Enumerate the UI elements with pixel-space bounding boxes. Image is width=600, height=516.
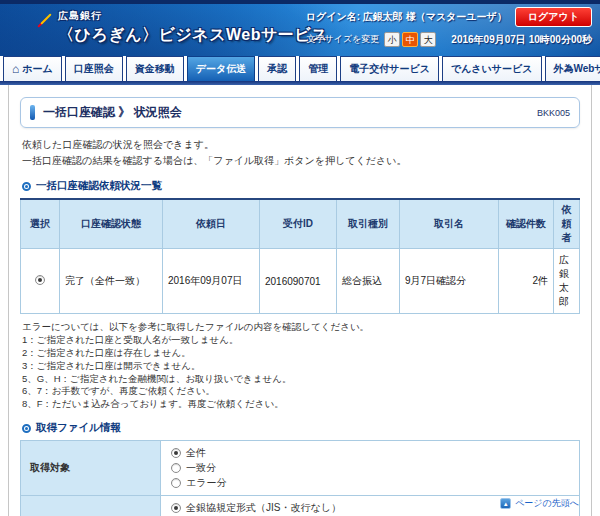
error-note: 8、F：ただいま込み合っております。再度ご依頼ください。 <box>22 398 580 410</box>
page-top-label: ページの先頭へ <box>515 497 579 510</box>
logo-stroke-gold <box>40 13 51 24</box>
nav-tab-home[interactable]: ⌂ ホーム <box>3 56 62 81</box>
radio-option-matched[interactable]: 一致分 <box>171 461 569 475</box>
col-header-select: 選択 <box>21 199 60 249</box>
description-line: 一括口座確認の結果を確認する場合は、「ファイル取得」ボタンを押してください。 <box>22 153 580 169</box>
row-status-cell: 完了（全件一致） <box>60 249 163 314</box>
radio-option-error[interactable]: エラー分 <box>171 476 569 490</box>
format-row: ファイル形式 全銀協規定形式（JIS・改行なし） 全銀協規定形式（JIS・改行あ… <box>21 496 580 516</box>
radio-label: エラー分 <box>186 476 226 490</box>
status-table-header-row: 選択 口座確認状態 依頼日 受付ID 取引種別 取引名 確認件数 依頼者 <box>21 199 580 249</box>
section-bullet-icon <box>22 424 31 433</box>
radio-icon[interactable] <box>171 503 181 513</box>
col-header-transaction-name: 取引名 <box>400 199 499 249</box>
file-info-form: 取得対象 全件 一致分 エラー分 <box>20 440 580 516</box>
error-note: 3：ご指定された口座は開示できません。 <box>22 360 580 372</box>
description-line: 依頼した口座確認の状況を照会できます。 <box>22 137 580 153</box>
bank-name: 広島銀行 <box>58 9 328 23</box>
logout-button[interactable]: ログアウト <box>515 7 592 27</box>
status-row: 完了（全件一致） 2016年09月07日 2016090701 総合振込 9月7… <box>21 249 580 314</box>
nav-tab-admin[interactable]: 管理 <box>299 56 337 81</box>
nav-tab-label: データ伝送 <box>196 62 246 76</box>
radio-icon[interactable] <box>171 478 181 488</box>
col-header-status: 口座確認状態 <box>60 199 163 249</box>
nav-tab-label: でんさいサービス <box>451 62 533 76</box>
font-size-medium-button[interactable]: 中 <box>402 32 418 47</box>
radio-option-all[interactable]: 全件 <box>171 446 569 460</box>
row-transaction-name-cell: 9月7日確認分 <box>400 249 499 314</box>
file-info-form-body: 取得対象 全件 一致分 エラー分 <box>21 441 580 516</box>
section-heading-status: 一括口座確認依頼状況一覧 <box>22 179 580 193</box>
page-title: 一括口座確認 》 状況照会 <box>43 104 537 121</box>
bank-logo-icon <box>36 11 54 33</box>
nav-tab-densai-service[interactable]: でんさいサービス <box>442 56 542 81</box>
error-note: 2：ご指定された口座は存在しません。 <box>22 347 580 359</box>
error-notes: エラーについては、以下を参考に取得したファイルの内容を確認してください。 1：ご… <box>22 321 580 410</box>
nav-tab-approval[interactable]: 承認 <box>258 56 296 81</box>
col-header-request-date: 依頼日 <box>163 199 260 249</box>
nav-tab-account-inquiry[interactable]: 口座照会 <box>65 56 123 81</box>
header-right: ログイン名: 広銀太郎 様（マスターユーザ） ログアウト 文字サイズを変更 小 … <box>306 7 592 47</box>
col-header-requester: 依頼者 <box>554 199 580 249</box>
nav-tab-edelivery-service[interactable]: 電子交付サービス <box>340 56 439 81</box>
service-name: 〈ひろぎん〉ビジネスWebサービス <box>58 25 328 46</box>
page-description: 依頼した口座確認の状況を照会できます。 一括口座確認の結果を確認する場合は、「フ… <box>22 137 580 168</box>
font-size-large-button[interactable]: 大 <box>420 32 436 47</box>
page-code: BKK005 <box>537 108 570 118</box>
error-note: エラーについては、以下を参考に取得したファイルの内容を確認してください。 <box>22 321 580 333</box>
row-requester-cell: 広銀太郎 <box>554 249 580 314</box>
col-header-receipt-id: 受付ID <box>260 199 337 249</box>
col-header-transaction-type: 取引種別 <box>337 199 400 249</box>
field-label-format: ファイル形式 <box>21 496 161 516</box>
target-options-cell: 全件 一致分 エラー分 <box>161 441 580 496</box>
row-transaction-type-cell: 総合振込 <box>337 249 400 314</box>
banner-top-strip <box>0 0 600 4</box>
page-top-row: ▲ ページの先頭へ <box>500 492 579 511</box>
section-title: 一括口座確認依頼状況一覧 <box>36 179 162 193</box>
brand: 広島銀行 〈ひろぎん〉ビジネスWebサービス <box>36 9 328 46</box>
col-header-count: 確認件数 <box>499 199 554 249</box>
title-box: 一括口座確認 》 状況照会 BKK005 <box>20 97 580 128</box>
main-nav: ⌂ ホーム 口座照会 資金移動 データ伝送 承認 管理 電子交付サービス でんさ… <box>0 56 600 81</box>
section-heading-file: 取得ファイル情報 <box>22 421 580 435</box>
row-request-date-cell: 2016年09月07日 <box>163 249 260 314</box>
status-table-head: 選択 口座確認状態 依頼日 受付ID 取引種別 取引名 確認件数 依頼者 <box>21 199 580 249</box>
radio-label: 全銀協規定形式（JIS・改行なし） <box>186 501 341 515</box>
nav-tab-label: 電子交付サービス <box>349 62 430 76</box>
page-top-icon: ▲ <box>500 498 511 509</box>
radio-icon[interactable] <box>171 448 181 458</box>
content: 一括口座確認 》 状況照会 BKK005 依頼した口座確認の状況を照会できます。… <box>8 85 592 516</box>
font-size-label: 文字サイズを変更 <box>307 33 380 46</box>
row-count-cell: 2件 <box>499 249 554 314</box>
section-bullet-icon <box>22 182 31 191</box>
error-note: 5、G、H：ご指定された金融機関は、お取り扱いできません。 <box>22 373 580 385</box>
nav-tab-label: 外為Webサービス <box>554 62 600 76</box>
nav-tab-label: 口座照会 <box>74 62 114 76</box>
nav-tab-label: 管理 <box>308 62 328 76</box>
header-banner: 広島銀行 〈ひろぎん〉ビジネスWebサービス ログイン名: 広銀太郎 様（マスタ… <box>0 0 600 56</box>
title-accent-bar <box>30 105 35 120</box>
meta-row: 文字サイズを変更 小 中 大 2016年09月07日 10時00分00秒 <box>306 32 592 47</box>
nav-tab-label: 承認 <box>267 62 287 76</box>
nav-tab-forex-web-service[interactable]: 外為Webサービス <box>545 56 600 81</box>
section-title: 取得ファイル情報 <box>36 421 121 435</box>
row-select-radio[interactable] <box>35 275 45 285</box>
error-note: 6、7：お手数ですが、再度ご依頼ください。 <box>22 385 580 397</box>
radio-label: 一致分 <box>186 461 216 475</box>
radio-icon[interactable] <box>171 463 181 473</box>
page-top-link[interactable]: ▲ ページの先頭へ <box>500 497 579 510</box>
radio-label: 全件 <box>186 446 206 460</box>
nav-tab-data-transmission[interactable]: データ伝送 <box>187 56 255 81</box>
font-size-small-button[interactable]: 小 <box>384 32 400 47</box>
nav-tab-label: 資金移動 <box>135 62 175 76</box>
login-row: ログイン名: 広銀太郎 様（マスターユーザ） ログアウト <box>306 7 592 27</box>
status-table-body: 完了（全件一致） 2016年09月07日 2016090701 総合振込 9月7… <box>21 249 580 314</box>
status-table: 選択 口座確認状態 依頼日 受付ID 取引種別 取引名 確認件数 依頼者 完了（… <box>20 198 580 314</box>
nav-tab-label: ホーム <box>22 62 52 76</box>
nav-tab-funds-transfer[interactable]: 資金移動 <box>126 56 184 81</box>
target-row: 取得対象 全件 一致分 エラー分 <box>21 441 580 496</box>
brand-text: 広島銀行 〈ひろぎん〉ビジネスWebサービス <box>58 9 328 46</box>
home-icon: ⌂ <box>12 64 19 74</box>
row-receipt-id-cell: 2016090701 <box>260 249 337 314</box>
error-note: 1：ご指定された口座と受取人名が一致しません。 <box>22 334 580 346</box>
